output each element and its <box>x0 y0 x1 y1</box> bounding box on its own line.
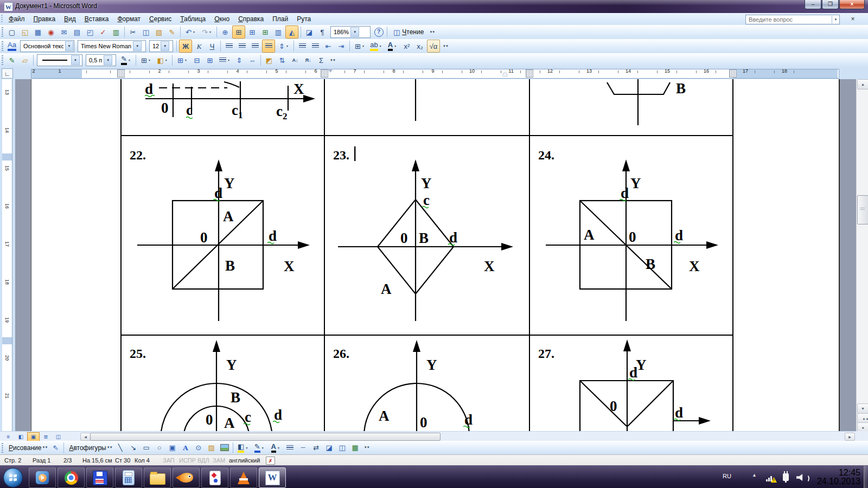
normal-view-button[interactable]: ≡ <box>2 432 15 441</box>
oval-button[interactable]: ○ <box>154 442 165 454</box>
line-button[interactable]: ╲ <box>114 442 126 454</box>
columns-button[interactable]: ▥ <box>272 26 284 38</box>
taskbar-vlc-button[interactable] <box>230 467 257 488</box>
bold-button[interactable]: Ж <box>179 40 192 53</box>
canvas-button[interactable]: ▦ <box>349 442 361 454</box>
line-weight-select[interactable]: 0,5 п <box>86 54 116 66</box>
cut-button[interactable]: ✂ <box>127 26 139 38</box>
toolbar-options-icon[interactable] <box>442 40 449 52</box>
distribute-rows-button[interactable]: ⇕ <box>233 54 245 66</box>
picture-button[interactable] <box>219 442 231 454</box>
draw-menu-button[interactable]: Рисование <box>7 442 49 454</box>
rectangle-button[interactable]: ▭ <box>141 442 152 454</box>
menubar-close-icon[interactable]: × <box>848 15 857 23</box>
3d-style-button[interactable]: ◫ <box>336 442 348 454</box>
cell-align-button[interactable] <box>217 54 232 66</box>
line-style-select[interactable] <box>37 54 82 66</box>
drawing-button[interactable]: ◭ <box>285 25 298 38</box>
menu-view[interactable]: Вид <box>60 14 80 24</box>
spelling-button[interactable]: ✓ <box>97 26 109 38</box>
shadow-style-button[interactable]: ◪ <box>323 442 335 454</box>
horizontal-ruler[interactable]: ∟ 21 123456789101112131415161718 <box>0 67 868 79</box>
menu-ruta[interactable]: Рута <box>292 14 315 24</box>
font-color-button[interactable]: А <box>268 442 283 454</box>
minimize-button[interactable]: – <box>805 0 821 9</box>
tables-borders-button[interactable]: ⊞ <box>232 25 245 38</box>
help-button[interactable]: ? <box>373 26 385 38</box>
align-right-button[interactable] <box>249 40 261 52</box>
outside-border-button[interactable]: ⊞ <box>138 54 154 66</box>
new-document-button[interactable]: ▢ <box>6 26 18 38</box>
taskbar-calculator-button[interactable] <box>115 467 142 488</box>
table-column-marker[interactable] <box>117 69 125 78</box>
dropdown-icon[interactable] <box>133 41 142 51</box>
border-color-button[interactable]: ✎ <box>118 54 133 66</box>
scroll-right-icon[interactable]: ▶ <box>845 433 855 441</box>
dropdown-icon[interactable] <box>350 27 359 37</box>
font-color-button[interactable]: А <box>385 40 400 52</box>
text-direction-button[interactable]: ⇅ <box>276 54 288 66</box>
diagram-button[interactable]: ⊙ <box>193 442 205 454</box>
underline-button[interactable]: Ч <box>206 40 218 52</box>
undo-button[interactable]: ↶ <box>183 26 198 38</box>
decrease-indent-button[interactable]: ⇤ <box>322 40 334 52</box>
distribute-columns-button[interactable]: ⇔ <box>246 54 258 66</box>
eraser-button[interactable]: ▱ <box>19 54 31 66</box>
dash-style-button[interactable]: ┄ <box>297 442 309 454</box>
tray-expand-icon[interactable]: ▲ <box>752 472 757 488</box>
restore-button[interactable]: ❐ <box>822 0 839 9</box>
save-button[interactable]: ▦ <box>32 26 44 38</box>
align-left-button[interactable] <box>223 40 235 52</box>
taskbar-floppy-app-button[interactable] <box>86 467 113 488</box>
network-icon[interactable]: ! <box>766 475 776 481</box>
scroll-left-icon[interactable]: ◀ <box>80 433 91 441</box>
toolbar-options-icon[interactable] <box>429 26 435 38</box>
table-column-marker[interactable] <box>321 69 328 78</box>
menu-window[interactable]: Окно <box>210 14 234 24</box>
insert-excel-button[interactable]: ⊞ <box>259 26 271 38</box>
dropdown-icon[interactable] <box>161 41 169 51</box>
table-column-marker[interactable] <box>526 69 533 78</box>
horizontal-scrollbar[interactable]: ≡◧▣≣◫ ◀ ▶ <box>0 431 856 441</box>
outline-view-button[interactable]: ≣ <box>40 432 52 441</box>
redo-button[interactable]: ↷ <box>199 26 214 38</box>
document-map-button[interactable]: ◪ <box>303 26 315 38</box>
font-select[interactable]: Times New Roman <box>78 40 146 52</box>
line-spacing-button[interactable]: ⇕ <box>276 40 291 52</box>
print-button[interactable]: ▤ <box>71 26 83 38</box>
show-desktop-button[interactable] <box>864 466 868 488</box>
hyperlink-button[interactable]: ⊕ <box>219 26 231 38</box>
arrow-style-button[interactable]: ⇄ <box>310 442 322 454</box>
web-layout-button[interactable]: ◧ <box>15 432 27 441</box>
table-column-marker[interactable] <box>729 69 737 78</box>
insert-table-button[interactable]: ⊞ <box>246 26 258 38</box>
style-select[interactable]: Основной текст <box>20 40 74 52</box>
bullet-list-button[interactable] <box>309 40 321 52</box>
question-dropdown-icon[interactable] <box>832 16 839 23</box>
numbered-list-button[interactable] <box>296 40 308 52</box>
menu-file[interactable]: Файл <box>4 14 29 24</box>
scrollbar-thumb[interactable] <box>90 433 441 441</box>
dropdown-icon[interactable] <box>65 41 73 51</box>
increase-indent-button[interactable]: ⇥ <box>335 40 347 52</box>
subscript-button[interactable]: x₂ <box>414 40 426 52</box>
status-language[interactable]: английский <box>229 457 260 464</box>
borders-button[interactable]: ⊞ <box>352 40 367 52</box>
status-record-mode[interactable]: ЗАП <box>163 457 175 464</box>
vertical-ruler[interactable]: 131415161718192021 <box>0 79 15 431</box>
print-layout-button[interactable]: ▣ <box>27 432 40 441</box>
toolbar-options-icon[interactable] <box>363 442 370 454</box>
table-row-marker[interactable] <box>2 153 12 160</box>
italic-button[interactable]: К <box>193 40 205 52</box>
align-justify-button[interactable] <box>262 40 275 53</box>
sort-descending-button[interactable]: Я↓ <box>302 54 314 66</box>
wordart-button[interactable]: А <box>180 442 192 454</box>
taskbar-chrome-button[interactable] <box>58 467 85 488</box>
toolbar-grip[interactable] <box>2 27 3 37</box>
toolbar-grip[interactable] <box>2 55 3 65</box>
close-button[interactable]: × <box>839 0 865 9</box>
sort-ascending-button[interactable]: А↓ <box>289 54 301 66</box>
zoom-select[interactable]: 186% <box>330 26 371 38</box>
text-box-button[interactable]: ▣ <box>167 442 178 454</box>
power-plug-icon[interactable] <box>783 473 789 481</box>
